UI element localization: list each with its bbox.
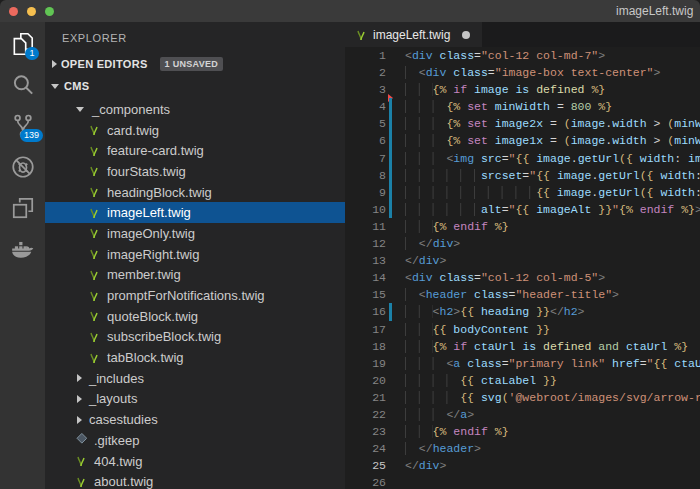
- tree-item-label: imageOnly.twig: [107, 226, 195, 241]
- unsaved-dot-icon[interactable]: [462, 31, 470, 39]
- code-line[interactable]: 24 </header>: [345, 440, 700, 457]
- line-number: 26: [345, 474, 386, 489]
- twig-file-icon: [88, 351, 100, 365]
- activity-bar: 1 139: [0, 22, 45, 489]
- code-line[interactable]: 1<div class="col-12 col-md-7">: [345, 47, 700, 64]
- source-control-activity-button[interactable]: 139: [0, 113, 45, 154]
- code-line[interactable]: 21 {{ svg('@webroot/images/svg/arrow-r: [345, 389, 700, 406]
- tree-item-components[interactable]: _components: [45, 99, 345, 120]
- line-number: 6: [345, 132, 386, 149]
- code-line[interactable]: 17 {{ bodyContent }}: [345, 321, 700, 338]
- code-line[interactable]: 8 srcset="{{ image.getUrl({ width:: [345, 167, 700, 184]
- code-line[interactable]: 7 <img src="{{ image.getUrl({ width: im: [345, 150, 700, 167]
- tree-item-label: casestudies: [89, 412, 158, 427]
- gutter-change-indicator: [386, 98, 394, 115]
- code-line[interactable]: 22 </a>: [345, 406, 700, 423]
- workspace-root-section[interactable]: CMS: [45, 75, 345, 97]
- tree-item-label: promptForNotifications.twig: [107, 288, 265, 303]
- code-text: <div class="image-box text-center">: [394, 64, 660, 81]
- tree-item-label: card.twig: [107, 123, 159, 138]
- code-line[interactable]: 20 {{ ctaLabel }}: [345, 372, 700, 389]
- code-text: {{ image.getUrl({ width:: [394, 184, 700, 201]
- code-text: {% set image2x = (image.width > (minW: [394, 115, 700, 132]
- tree-item-about-twig[interactable]: about.twig: [45, 471, 345, 489]
- tree-item-promptfornotifications-twig[interactable]: promptForNotifications.twig: [45, 285, 345, 306]
- code-line[interactable]: 3 {% if image is defined %}: [345, 81, 700, 98]
- twig-file-icon: [88, 164, 100, 178]
- tree-item-layouts[interactable]: _layouts: [45, 389, 345, 410]
- code-line[interactable]: 12 </div>: [345, 235, 700, 252]
- tree-item-subscribeblock-twig[interactable]: subscribeBlock.twig: [45, 327, 345, 348]
- gutter-change-indicator: [386, 201, 394, 218]
- code-editor[interactable]: 1<div class="col-12 col-md-7">2 <div cla…: [345, 47, 700, 489]
- tree-item-imageleft-twig[interactable]: imageLeft.twig: [45, 202, 345, 223]
- code-line[interactable]: 5 {% set image2x = (image.width > (minW: [345, 115, 700, 132]
- code-line[interactable]: 4 {% set minWidth = 800 %}: [345, 98, 700, 115]
- workspace-root-label: CMS: [64, 80, 89, 92]
- code-line[interactable]: 16 <h2>{{ heading }}</h2>: [345, 303, 700, 320]
- tree-item-includes[interactable]: _includes: [45, 368, 345, 389]
- twig-file-icon: [88, 206, 100, 220]
- tree-item-imageonly-twig[interactable]: imageOnly.twig: [45, 223, 345, 244]
- tree-item-card-twig[interactable]: card.twig: [45, 120, 345, 141]
- close-window-button[interactable]: [9, 7, 18, 16]
- debug-activity-button[interactable]: [0, 154, 45, 195]
- tree-item-quoteblock-twig[interactable]: quoteBlock.twig: [45, 306, 345, 327]
- extensions-activity-button[interactable]: [0, 195, 45, 236]
- code-line[interactable]: 9 {{ image.getUrl({ width:: [345, 184, 700, 201]
- tree-item-headingblock-twig[interactable]: headingBlock.twig: [45, 182, 345, 203]
- minimize-window-button[interactable]: [27, 7, 36, 16]
- code-line[interactable]: 19 <a class="primary link" href="{{ ctaU: [345, 355, 700, 372]
- tree-item-fourstats-twig[interactable]: fourStats.twig: [45, 161, 345, 182]
- open-editors-section[interactable]: OPEN EDITORS 1 UNSAVED: [45, 53, 345, 75]
- code-line[interactable]: 6 {% set image1x = (image.width > (minW: [345, 132, 700, 149]
- tab-imageleft-twig[interactable]: imageLeft.twig: [345, 22, 482, 47]
- code-text: srcset="{{ image.getUrl({ width:: [394, 167, 700, 184]
- code-line[interactable]: 10 alt="{{ imageAlt }}"{% endif %}>: [345, 201, 700, 218]
- gutter-change-indicator: [386, 167, 394, 184]
- zoom-window-button[interactable]: [45, 7, 54, 16]
- code-line[interactable]: 2 <div class="image-box text-center">: [345, 64, 700, 81]
- explorer-activity-button[interactable]: 1: [0, 31, 45, 72]
- docker-activity-button[interactable]: [0, 236, 45, 277]
- code-line[interactable]: 15 <header class="header-title">: [345, 286, 700, 303]
- search-icon: [10, 72, 36, 98]
- tree-item-casestudies[interactable]: casestudies: [45, 409, 345, 430]
- tree-item-label: _includes: [89, 371, 144, 386]
- line-number: 10: [345, 201, 386, 218]
- line-number: 22: [345, 406, 386, 423]
- code-line[interactable]: 18 {% if ctaUrl is defined and ctaUrl %}: [345, 338, 700, 355]
- tree-item-gitkeep[interactable]: .gitkeep: [45, 430, 345, 451]
- tree-item-tabblock-twig[interactable]: tabBlock.twig: [45, 347, 345, 368]
- tree-item-imageright-twig[interactable]: imageRight.twig: [45, 244, 345, 265]
- code-line[interactable]: 25</div>: [345, 457, 700, 474]
- code-line[interactable]: 26: [345, 474, 700, 489]
- explorer-sidebar: EXPLORER OPEN EDITORS 1 UNSAVED CMS _com…: [45, 22, 345, 489]
- line-number: 4: [345, 98, 386, 115]
- gutter-change-indicator: [386, 218, 394, 235]
- tree-item-feature-card-twig[interactable]: feature-card.twig: [45, 140, 345, 161]
- chevron-expanded-icon: [76, 107, 84, 112]
- tree-item-member-twig[interactable]: member.twig: [45, 265, 345, 286]
- gutter-change-indicator: [386, 355, 394, 372]
- search-activity-button[interactable]: [0, 72, 45, 113]
- line-number: 9: [345, 184, 386, 201]
- code-line[interactable]: 14<div class="col-12 col-md-5">: [345, 269, 700, 286]
- code-text: {% endif %}: [394, 218, 509, 235]
- tree-item-label: tabBlock.twig: [107, 350, 184, 365]
- gutter-change-indicator: [386, 457, 394, 474]
- gutter-change-indicator: [386, 269, 394, 286]
- code-line[interactable]: 23 {% endif %}: [345, 423, 700, 440]
- file-tree: _componentscard.twigfeature-card.twigfou…: [45, 99, 345, 489]
- code-text: </header>: [394, 440, 481, 457]
- gutter-change-indicator: [386, 235, 394, 252]
- twig-file-icon: [75, 454, 87, 468]
- scm-changes-count-badge: 139: [20, 129, 43, 142]
- tree-item-404-twig[interactable]: 404.twig: [45, 451, 345, 472]
- gutter-change-indicator: [386, 338, 394, 355]
- gutter-change-indicator: [386, 406, 394, 423]
- code-line[interactable]: 13</div>: [345, 252, 700, 269]
- code-line[interactable]: 11 {% endif %}: [345, 218, 700, 235]
- git-file-icon: [75, 433, 87, 447]
- line-number: 2: [345, 64, 386, 81]
